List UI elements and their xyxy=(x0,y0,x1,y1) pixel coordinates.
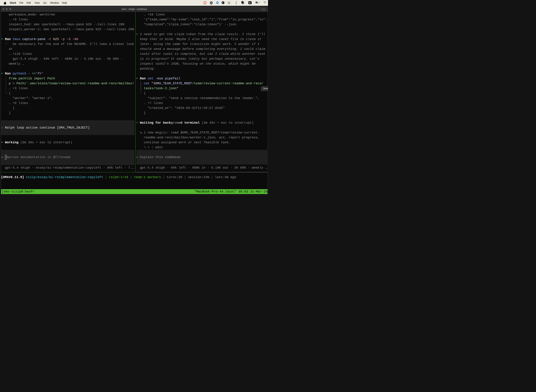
svg-text:..61: ..61 xyxy=(242,2,244,4)
